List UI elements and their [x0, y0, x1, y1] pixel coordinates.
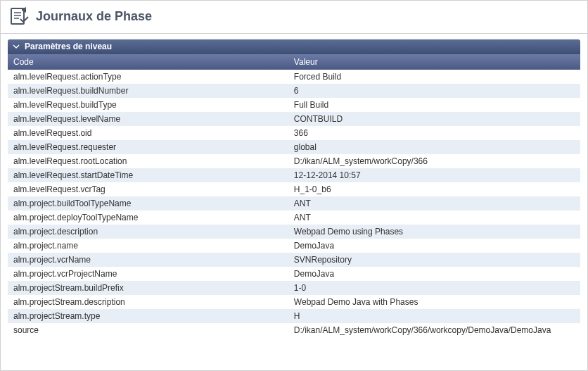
cell-code: source [8, 323, 288, 337]
table-row: alm.project.vcrNameSVNRepository [8, 253, 580, 267]
table-row: alm.levelRequest.oid366 [8, 126, 580, 140]
panel-header[interactable]: Paramètres de niveau [8, 39, 580, 54]
table-row: alm.project.deployToolTypeNameANT [8, 210, 580, 225]
page-header: Journaux de Phase [1, 1, 587, 34]
table-row: alm.levelRequest.actionTypeForced Build [8, 70, 580, 84]
table-row: alm.levelRequest.buildTypeFull Build [8, 98, 580, 112]
cell-code: alm.levelRequest.levelName [8, 112, 288, 126]
page-title: Journaux de Phase [36, 9, 152, 24]
cell-code: alm.levelRequest.oid [8, 126, 288, 140]
table-row: sourceD:/ikan/ALM_system/workCopy/366/wo… [8, 323, 580, 337]
cell-code: alm.project.vcrName [8, 253, 288, 267]
cell-value: H [288, 309, 580, 323]
phase-log-icon [9, 6, 29, 26]
parameters-table: Code Valeur alm.levelRequest.actionTypeF… [8, 54, 580, 337]
cell-value: 12-12-2014 10:57 [288, 168, 580, 182]
cell-value: SVNRepository [288, 253, 580, 267]
cell-code: alm.projectStream.buildPrefix [8, 281, 288, 295]
cell-code: alm.project.deployToolTypeName [8, 210, 288, 225]
cell-value: global [288, 140, 580, 154]
chevron-down-icon [12, 42, 20, 51]
cell-value: DemoJava [288, 239, 580, 253]
cell-code: alm.project.vcrProjectName [8, 267, 288, 281]
column-header-value: Valeur [288, 54, 580, 70]
cell-code: alm.levelRequest.buildNumber [8, 84, 288, 98]
cell-value: D:/ikan/ALM_system/workCopy/366 [288, 154, 580, 168]
panel-title: Paramètres de niveau [25, 42, 112, 51]
cell-code: alm.levelRequest.requester [8, 140, 288, 154]
cell-value: 6 [288, 84, 580, 98]
cell-value: Forced Build [288, 70, 580, 84]
cell-value: 1-0 [288, 281, 580, 295]
cell-code: alm.projectStream.type [8, 309, 288, 323]
cell-value: Webpad Demo using Phases [288, 225, 580, 239]
cell-code: alm.levelRequest.buildType [8, 98, 288, 112]
cell-value: 366 [288, 126, 580, 140]
table-row: alm.project.vcrProjectNameDemoJava [8, 267, 580, 281]
table-row: alm.projectStream.buildPrefix1-0 [8, 281, 580, 295]
table-row: alm.levelRequest.buildNumber6 [8, 84, 580, 98]
cell-value: ANT [288, 210, 580, 225]
cell-code: alm.project.name [8, 239, 288, 253]
cell-value: D:/ikan/ALM_system/workCopy/366/workcopy… [288, 323, 580, 337]
cell-value: DemoJava [288, 267, 580, 281]
table-row: alm.project.descriptionWebpad Demo using… [8, 225, 580, 239]
cell-value: Full Build [288, 98, 580, 112]
table-row: alm.levelRequest.requesterglobal [8, 140, 580, 154]
cell-code: alm.levelRequest.actionType [8, 70, 288, 84]
cell-code: alm.project.buildToolTypeName [8, 196, 288, 210]
cell-value: Webpad Demo Java with Phases [288, 295, 580, 309]
table-row: alm.levelRequest.levelNameCONTBUILD [8, 112, 580, 126]
cell-code: alm.project.description [8, 225, 288, 239]
table-row: alm.levelRequest.vcrTagH_1-0_b6 [8, 182, 580, 196]
level-parameters-panel: Paramètres de niveau Code Valeur alm.lev… [8, 39, 580, 337]
table-row: alm.project.nameDemoJava [8, 239, 580, 253]
cell-value: ANT [288, 196, 580, 210]
table-row: alm.project.buildToolTypeNameANT [8, 196, 580, 210]
table-row: alm.levelRequest.startDateTime12-12-2014… [8, 168, 580, 182]
table-row: alm.projectStream.typeH [8, 309, 580, 323]
cell-code: alm.levelRequest.startDateTime [8, 168, 288, 182]
cell-code: alm.levelRequest.vcrTag [8, 182, 288, 196]
table-row: alm.levelRequest.rootLocationD:/ikan/ALM… [8, 154, 580, 168]
cell-code: alm.levelRequest.rootLocation [8, 154, 288, 168]
cell-value: CONTBUILD [288, 112, 580, 126]
cell-code: alm.projectStream.description [8, 295, 288, 309]
table-row: alm.projectStream.descriptionWebpad Demo… [8, 295, 580, 309]
cell-value: H_1-0_b6 [288, 182, 580, 196]
column-header-code: Code [8, 54, 288, 70]
